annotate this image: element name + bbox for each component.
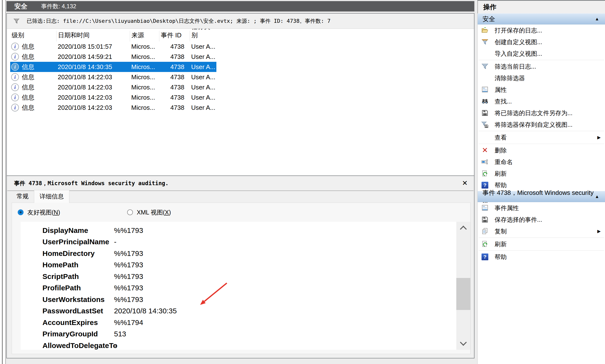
detail-field: UserWorkstations%%1793 — [42, 294, 470, 305]
event-detail-fields: DisplayName%%1793 UserPrincipalName- Hom… — [21, 222, 470, 351]
detail-field: PrimaryGroupId513 — [42, 328, 470, 340]
column-header-level[interactable]: 级别 — [10, 31, 56, 41]
filter-funnel-icon — [13, 18, 20, 24]
action-save-filtered-log-as[interactable]: 将已筛选的日志文件另存为... — [478, 107, 605, 119]
column-header-datetime[interactable]: 日期和时间 ∨ — [56, 31, 130, 41]
action-save-selected-events[interactable]: 保存选择的事件... — [478, 214, 605, 225]
action-event-properties[interactable]: 事件属性 — [478, 202, 605, 214]
table-row-selected[interactable]: i信息 2020/10/8 14:30:35 Micros... 4738 Us… — [10, 62, 216, 72]
log-name: 安全 — [14, 2, 28, 11]
info-level-icon: i — [11, 63, 19, 71]
divider — [479, 250, 604, 251]
action-delete[interactable]: ✕ 删除 — [478, 144, 605, 156]
action-help-event[interactable]: ? 帮助 — [478, 251, 605, 263]
submenu-arrow-icon: ▶ — [597, 229, 601, 234]
event-list: 级别 日期和时间 ∨ 来源 事件 ID 任务类别 i信息 2020/10/8 1… — [7, 29, 474, 175]
action-refresh[interactable]: 刷新 — [478, 168, 605, 179]
tree-scrollbar-sliver[interactable] — [2, 0, 3, 364]
collapse-icon[interactable]: ▲ — [595, 194, 599, 199]
action-save-filter-to-custom-view[interactable]: 将筛选器保存到自定义视图... — [478, 119, 605, 130]
event-preview-panel: 事件 4738，Microsoft Windows security audit… — [7, 175, 474, 358]
log-title-bar: 安全 事件数: 4,132 — [6, 1, 474, 12]
copy-icon — [481, 227, 489, 235]
table-row[interactable]: i信息 2020/10/8 15:01:57 Micros... 4738 Us… — [10, 41, 216, 52]
detail-field: AccountExpires%%1794 — [42, 317, 470, 328]
save-icon — [481, 109, 489, 117]
action-rename[interactable]: 重命名 — [478, 156, 605, 168]
action-refresh-event[interactable]: 刷新 — [478, 238, 605, 250]
action-help[interactable]: ? 帮助 — [478, 179, 605, 191]
events-count: 事件数: 4,132 — [41, 2, 76, 10]
action-open-saved-log[interactable]: 打开保存的日志... — [478, 25, 605, 36]
view-mode-radio-row: 友好视图(N) XML 视图(X) — [12, 203, 470, 222]
save-filter-icon — [481, 121, 489, 129]
collapse-icon[interactable]: ▲ — [595, 16, 599, 22]
divider — [479, 60, 604, 60]
table-row[interactable]: i信息 2020/10/8 14:22:03 Micros... 4738 Us… — [10, 72, 216, 82]
detail-field: ProfilePath%%1793 — [42, 282, 470, 294]
action-clear-filter[interactable]: 清除筛选器 — [478, 72, 605, 84]
info-level-icon: i — [11, 83, 19, 91]
open-folder-icon — [481, 26, 489, 34]
table-row[interactable]: i信息 2020/10/8 14:22:03 Micros... 4738 Us… — [10, 92, 216, 103]
info-level-icon: i — [11, 93, 19, 101]
radio-unselected-icon — [127, 209, 133, 215]
filter-icon — [481, 63, 489, 70]
save-icon — [481, 216, 489, 223]
detail-field: HomePath%%1793 — [42, 259, 470, 271]
filter-summary-text: 已筛选:日志: file://C:\Users\liuyuanbiao\Desk… — [27, 17, 330, 25]
action-properties[interactable]: 属性 — [478, 84, 605, 95]
event-preview-title: 事件 4738，Microsoft Windows security audit… — [14, 180, 169, 187]
actions-pane: 操作 安全 ▲ 打开保存的日志... 创建 — [477, 0, 605, 364]
scroll-down-icon[interactable] — [456, 337, 470, 350]
action-view-submenu[interactable]: 查看 ▶ — [478, 131, 605, 143]
detail-field: HomeDirectory%%1793 — [42, 248, 470, 259]
event-detail-tabs: 常规 详细信息 — [7, 191, 474, 203]
close-icon[interactable]: ✕ — [462, 180, 468, 187]
event-list-header: 级别 日期和时间 ∨ 来源 事件 ID 任务类别 — [7, 29, 474, 41]
column-header-source[interactable]: 来源 — [130, 31, 159, 41]
actions-pane-title: 操作 — [477, 1, 605, 13]
create-custom-view-icon — [481, 38, 489, 46]
action-import-custom-view[interactable]: 导入自定义视图... — [478, 48, 605, 59]
delete-icon: ✕ — [481, 146, 489, 154]
info-level-icon: i — [11, 104, 19, 111]
column-header-event-id[interactable]: 事件 ID — [159, 31, 190, 41]
filter-notification-bar: 已筛选:日志: file://C:\Users\liuyuanbiao\Desk… — [7, 13, 474, 29]
action-filter-current-log[interactable]: 筛选当前日志... — [478, 61, 605, 72]
help-icon: ? — [481, 181, 489, 189]
properties-icon — [481, 204, 489, 212]
log-content-box: 已筛选:日志: file://C:\Users\liuyuanbiao\Desk… — [6, 13, 474, 358]
scrollbar-thumb[interactable] — [456, 278, 470, 310]
properties-icon — [481, 86, 489, 93]
details-tab-content: 友好视图(N) XML 视图(X) DisplayName%%1793 User… — [12, 203, 471, 354]
log-view-pane: 安全 事件数: 4,132 已筛选:日志: file://C:\Users\li… — [6, 1, 474, 363]
column-header-task-category[interactable]: 任务类别 — [190, 31, 216, 41]
info-level-icon: i — [11, 73, 19, 81]
detail-field: AllowedToDelegateTo- — [42, 340, 470, 351]
refresh-icon — [481, 240, 489, 248]
tab-general[interactable]: 常规 — [11, 190, 34, 203]
table-row[interactable]: i信息 2020/10/8 14:22:03 Micros... 4738 Us… — [10, 82, 216, 92]
details-scrollbar[interactable] — [456, 222, 470, 350]
divider — [479, 131, 604, 131]
actions-section-security[interactable]: 安全 ▲ — [478, 13, 605, 25]
xml-view-radio[interactable]: XML 视图(X) — [127, 208, 171, 216]
actions-section-event-4738[interactable]: 事件 4738，Microsoft Windows security ... ▲ — [478, 191, 605, 202]
event-preview-title-row: 事件 4738，Microsoft Windows security audit… — [7, 176, 474, 189]
detail-field: UserPrincipalName- — [42, 236, 470, 248]
table-row[interactable]: i信息 2020/10/8 14:22:03 Micros... 4738 Us… — [10, 103, 216, 113]
scroll-up-icon[interactable] — [456, 222, 470, 234]
friendly-view-content: DisplayName%%1793 UserPrincipalName- Hom… — [21, 222, 470, 350]
detail-field: ScriptPath%%1793 — [42, 271, 470, 282]
submenu-arrow-icon: ▶ — [597, 135, 601, 140]
action-create-custom-view[interactable]: 创建自定义视图... — [478, 36, 605, 48]
friendly-view-radio[interactable]: 友好视图(N) — [18, 208, 60, 216]
action-copy-submenu[interactable]: 复制 ▶ — [478, 225, 605, 237]
tab-details[interactable]: 详细信息 — [34, 190, 69, 203]
action-find[interactable]: 查找... — [478, 95, 605, 107]
help-icon: ? — [481, 253, 489, 261]
table-row[interactable]: i信息 2020/10/8 14:59:21 Micros... 4738 Us… — [10, 52, 216, 62]
info-level-icon: i — [11, 43, 19, 51]
actions-pane-body: 安全 ▲ 打开保存的日志... 创建自定义视图... — [477, 13, 605, 364]
